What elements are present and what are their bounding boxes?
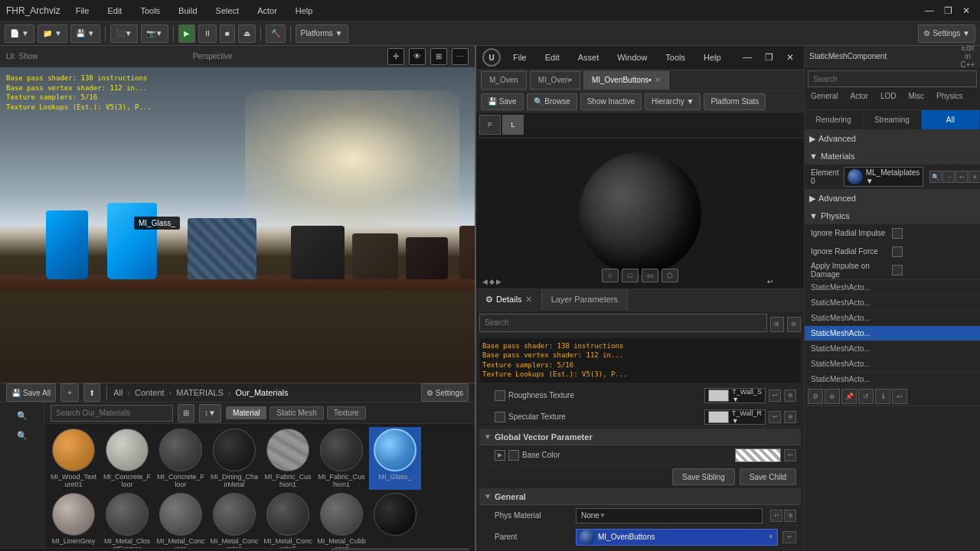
view-options-button[interactable]: ⊞ bbox=[178, 404, 194, 422]
cd-advanced-header[interactable]: ▶ Advanced bbox=[805, 130, 980, 147]
base-color-expand[interactable]: ▶ bbox=[495, 450, 505, 461]
apply-impulse-checkbox[interactable] bbox=[892, 265, 903, 276]
ignore-radial-impulse-checkbox[interactable] bbox=[892, 228, 903, 239]
el0-clear-button[interactable]: ✕ bbox=[969, 171, 980, 183]
el0-reset-button[interactable]: ↩ bbox=[956, 171, 968, 183]
type-item-1[interactable]: StaticMeshActo... bbox=[805, 280, 980, 295]
breadcrumb-all[interactable]: All bbox=[113, 388, 122, 397]
material-item-glass[interactable]: MI_Glass_ bbox=[369, 427, 421, 490]
menu-actor[interactable]: Actor bbox=[254, 5, 280, 17]
type-item-6[interactable]: StaticMeshActo... bbox=[805, 357, 980, 372]
cd-sub-streaming[interactable]: Streaming bbox=[863, 110, 921, 129]
save-button[interactable]: 💾▼ bbox=[70, 24, 100, 43]
tab-close-icon[interactable]: ✕ bbox=[655, 76, 661, 84]
play-button[interactable]: ▶ bbox=[178, 24, 195, 43]
viewport-camera-button[interactable]: 👁 bbox=[409, 48, 426, 65]
content-settings-button[interactable]: ⚙ Settings bbox=[421, 383, 469, 402]
cd-tab-misc[interactable]: Misc bbox=[902, 90, 930, 109]
viewport-settings-button[interactable]: ⋯ bbox=[452, 48, 469, 65]
specular-color-swatch[interactable] bbox=[708, 411, 729, 423]
mat-editor-close[interactable]: ✕ bbox=[782, 50, 798, 65]
details-tab[interactable]: ⚙ Details ✕ bbox=[476, 289, 542, 310]
pause-button[interactable]: ⏸ bbox=[198, 24, 217, 43]
open-button[interactable]: 📁▼ bbox=[38, 24, 67, 43]
material-item-concrete-floor[interactable]: MI_Concrete_Floor bbox=[101, 427, 153, 490]
cd-physics-header[interactable]: ▼ Physics bbox=[805, 207, 980, 224]
save-child-button[interactable]: Save Child bbox=[740, 468, 796, 485]
cd-settings-icon[interactable]: ⚙ bbox=[808, 389, 823, 404]
material-item-fabric2[interactable]: MI_Fabric_Cushion1 bbox=[315, 427, 368, 490]
menu-select[interactable]: Select bbox=[213, 5, 243, 17]
search-small-icon[interactable]: 🔍 bbox=[0, 406, 44, 425]
base-color-checkbox[interactable] bbox=[508, 450, 519, 461]
hierarchy-button[interactable]: Hierarchy ▼ bbox=[645, 93, 701, 110]
viewport-move-button[interactable]: ✛ bbox=[387, 48, 404, 65]
cd-close-button[interactable]: Edit in C++ bbox=[960, 49, 975, 64]
cd-refresh-icon[interactable]: ↺ bbox=[858, 389, 874, 404]
selection-mode-button[interactable]: ⬛▼ bbox=[110, 24, 138, 43]
mat-browse-button[interactable]: 🔍 Browse bbox=[527, 93, 577, 110]
material-item-metal-concrete2[interactable]: MI_Metal_Concrete2 bbox=[262, 491, 314, 548]
material-item-metal-concrete1[interactable]: MI_Metal_Concrete1 bbox=[208, 491, 260, 548]
breadcrumb-our-materials[interactable]: Our_Materials bbox=[235, 388, 288, 397]
material-item-linen[interactable]: MI_LinenGrey bbox=[47, 491, 100, 548]
show-button[interactable]: Show bbox=[19, 52, 38, 60]
specular-clear-button[interactable]: ⊕ bbox=[784, 411, 796, 423]
layer-params-tab[interactable]: Layer Parameters bbox=[542, 289, 628, 310]
window-menu[interactable]: Window bbox=[611, 51, 653, 64]
platforms-button[interactable]: Platforms ▼ bbox=[296, 24, 348, 43]
details-view-button[interactable]: ⊞ bbox=[770, 317, 784, 332]
mat-lit-button[interactable]: L bbox=[502, 115, 524, 135]
build-settings-button[interactable]: 🔨 bbox=[266, 24, 286, 43]
el0-arrow-button[interactable]: → bbox=[942, 171, 955, 183]
cd-info-icon[interactable]: ℹ bbox=[875, 389, 890, 404]
viewport-3d[interactable]: MI_Glass_ Base pass shader: 138 instruct… bbox=[0, 67, 475, 383]
details-search-input[interactable] bbox=[479, 314, 767, 332]
breadcrumb-content[interactable]: Content bbox=[135, 388, 165, 397]
cd-tab-lod[interactable]: LOD bbox=[874, 90, 903, 109]
platform-stats-button[interactable]: Platform Stats bbox=[704, 93, 766, 110]
mat-editor-maximize[interactable]: ❐ bbox=[761, 50, 776, 65]
mat-save-button[interactable]: 💾 Save bbox=[481, 93, 524, 110]
details-filter-button[interactable]: ⚙ bbox=[787, 317, 801, 332]
type-item-7[interactable]: StaticMeshActo... bbox=[805, 372, 980, 387]
add-content-button[interactable]: ＋ bbox=[60, 383, 79, 402]
camera-button[interactable]: 📷▼ bbox=[141, 24, 168, 43]
stop-button[interactable]: ■ bbox=[220, 24, 235, 43]
menu-file[interactable]: File bbox=[73, 5, 93, 17]
material-item-wood[interactable]: MI_Wood_Texture01 bbox=[47, 427, 100, 490]
asset-menu[interactable]: Asset bbox=[572, 51, 606, 64]
cd-tab-physics[interactable]: Physics bbox=[930, 90, 969, 109]
parent-reset-button[interactable]: ↩ bbox=[782, 531, 796, 543]
el0-browse-button[interactable]: 🔍 bbox=[929, 171, 942, 183]
material-item-metal-concrete[interactable]: MI_Metal_Concrete bbox=[155, 491, 207, 548]
filter-mesh-button[interactable]: Static Mesh bbox=[270, 406, 323, 419]
menu-build[interactable]: Build bbox=[175, 5, 200, 17]
tab-m-oven[interactable]: M_Oven bbox=[481, 71, 527, 90]
material-item-r2-1[interactable] bbox=[369, 491, 421, 548]
material-item-fabric1[interactable]: MI_Fabric_Cushion1 bbox=[262, 427, 314, 490]
tab-mi-ovenbuttons[interactable]: MI_OvenButtons• ✕ bbox=[583, 71, 669, 90]
specular-reset-button[interactable]: ↩ bbox=[769, 411, 781, 423]
roughness-reset-button[interactable]: ↩ bbox=[769, 390, 781, 402]
viewport-grid-button[interactable]: ⊞ bbox=[430, 48, 447, 65]
type-item-3[interactable]: StaticMeshActo... bbox=[805, 311, 980, 326]
menu-help[interactable]: Help bbox=[292, 5, 316, 17]
material-item-metal-cubboard[interactable]: MI_Metal_Cubboard bbox=[315, 491, 368, 548]
save-all-button[interactable]: 💾 Save All bbox=[6, 383, 56, 402]
base-color-swatch[interactable] bbox=[735, 448, 781, 462]
edit-menu[interactable]: Edit bbox=[539, 51, 566, 64]
cd-filter-icon[interactable]: ⊕ bbox=[825, 389, 840, 404]
specular-enable-checkbox[interactable] bbox=[495, 412, 505, 422]
details-tab-close[interactable]: ✕ bbox=[525, 295, 532, 305]
general-section-header[interactable]: ▼ General bbox=[479, 488, 801, 505]
sphere-plane-button[interactable]: ▭ bbox=[642, 269, 658, 282]
base-color-reset[interactable]: ↩ bbox=[784, 449, 796, 461]
tools-menu[interactable]: Tools bbox=[659, 51, 691, 64]
type-item-4[interactable]: StaticMeshActo... bbox=[805, 326, 980, 341]
settings-button[interactable]: ⚙ Settings ▼ bbox=[918, 24, 975, 43]
show-inactive-button[interactable]: Show Inactive bbox=[580, 93, 642, 110]
save-sibling-button[interactable]: Save Sibling bbox=[672, 468, 735, 485]
global-vector-header[interactable]: ▼ Global Vector Parameter bbox=[479, 429, 801, 445]
type-item-2[interactable]: StaticMeshActo... bbox=[805, 295, 980, 311]
